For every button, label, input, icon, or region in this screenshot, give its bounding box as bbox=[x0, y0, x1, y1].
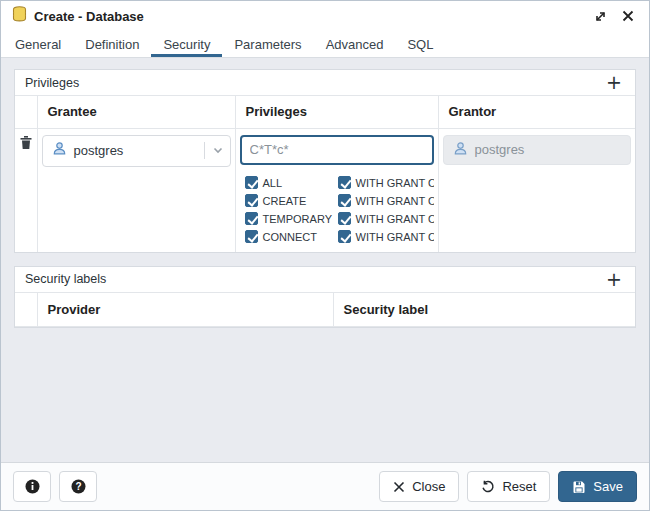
chevron-down-icon bbox=[212, 142, 224, 160]
add-security-label-button[interactable]: + bbox=[603, 270, 625, 289]
connect-grant-label: WITH GRANT OPTION bbox=[356, 231, 434, 243]
all-grant-checkbox[interactable] bbox=[338, 176, 351, 189]
tab-general[interactable]: General bbox=[3, 31, 73, 57]
reset-icon bbox=[481, 480, 495, 494]
tab-security[interactable]: Security bbox=[151, 31, 222, 57]
privilege-row: postgres bbox=[15, 128, 635, 252]
flag-row-all: ALL WITH GRANT OPTION bbox=[245, 174, 434, 192]
flag-row-create: CREATE WITH GRANT OPTION bbox=[245, 192, 434, 210]
expand-icon[interactable] bbox=[589, 5, 611, 27]
security-labels-panel-title: Security labels bbox=[25, 272, 106, 286]
save-icon bbox=[572, 480, 586, 494]
create-database-dialog: Create - Database General Definition Sec… bbox=[0, 0, 650, 511]
grantor-column-header: Grantor bbox=[438, 96, 635, 128]
privilege-flags: ALL WITH GRANT OPTION bbox=[240, 174, 434, 246]
role-icon bbox=[453, 141, 468, 159]
privileges-panel: Privileges + Grantee Privileges Grantor bbox=[14, 69, 636, 253]
util-column-header bbox=[15, 293, 37, 327]
close-button[interactable]: Close bbox=[379, 471, 459, 502]
temporary-label: TEMPORARY bbox=[263, 213, 332, 225]
svg-text:?: ? bbox=[75, 481, 81, 492]
reset-button[interactable]: Reset bbox=[467, 471, 550, 502]
provider-column-header: Provider bbox=[37, 293, 333, 327]
close-button-label: Close bbox=[412, 479, 445, 494]
x-icon bbox=[393, 481, 405, 493]
all-label: ALL bbox=[263, 177, 283, 189]
grantor-value: postgres bbox=[475, 142, 525, 157]
dialog-footer: ? Close Reset Save bbox=[1, 462, 649, 510]
tab-advanced[interactable]: Advanced bbox=[314, 31, 396, 57]
connect-label: CONNECT bbox=[263, 231, 317, 243]
tab-parameters[interactable]: Parameters bbox=[222, 31, 313, 57]
create-grant-checkbox[interactable] bbox=[338, 194, 351, 207]
util-column-header bbox=[15, 96, 37, 128]
save-button[interactable]: Save bbox=[558, 471, 637, 502]
temporary-grant-label: WITH GRANT OPTION bbox=[356, 213, 434, 225]
close-icon[interactable] bbox=[617, 5, 639, 27]
all-checkbox[interactable] bbox=[245, 176, 258, 189]
connect-checkbox[interactable] bbox=[245, 230, 258, 243]
grantee-value: postgres bbox=[74, 143, 197, 158]
privileges-grid: Grantee Privileges Grantor bbox=[15, 96, 635, 252]
privileges-panel-title: Privileges bbox=[25, 76, 79, 90]
connect-grant-checkbox[interactable] bbox=[338, 230, 351, 243]
flag-row-connect: CONNECT WITH GRANT OPTION bbox=[245, 228, 434, 246]
security-tab-content: Privileges + Grantee Privileges Grantor bbox=[1, 58, 649, 462]
grantor-field: postgres bbox=[443, 135, 632, 165]
grantee-column-header: Grantee bbox=[37, 96, 235, 128]
privileges-column-header: Privileges bbox=[235, 96, 438, 128]
delete-row-icon[interactable] bbox=[19, 135, 33, 153]
dialog-tabs: General Definition Security Parameters A… bbox=[1, 31, 649, 58]
dialog-title: Create - Database bbox=[34, 9, 144, 24]
help-button[interactable]: ? bbox=[59, 471, 97, 502]
add-privilege-button[interactable]: + bbox=[603, 73, 625, 92]
role-icon bbox=[52, 141, 67, 160]
security-labels-panel: Security labels + Provider Security labe… bbox=[14, 266, 636, 329]
all-grant-label: WITH GRANT OPTION bbox=[356, 177, 434, 189]
save-button-label: Save bbox=[593, 479, 623, 494]
temporary-checkbox[interactable] bbox=[245, 212, 258, 225]
create-label: CREATE bbox=[263, 195, 307, 207]
security-label-column-header: Security label bbox=[333, 293, 635, 327]
security-labels-grid: Provider Security label bbox=[15, 293, 635, 328]
grantee-select[interactable]: postgres bbox=[42, 135, 231, 167]
flag-row-temporary: TEMPORARY WITH GRANT OPTION bbox=[245, 210, 434, 228]
tab-definition[interactable]: Definition bbox=[73, 31, 151, 57]
reset-button-label: Reset bbox=[502, 479, 536, 494]
create-grant-label: WITH GRANT OPTION bbox=[356, 195, 434, 207]
info-button[interactable] bbox=[13, 471, 51, 502]
database-icon bbox=[11, 6, 28, 26]
temporary-grant-checkbox[interactable] bbox=[338, 212, 351, 225]
tab-sql[interactable]: SQL bbox=[395, 31, 445, 57]
create-checkbox[interactable] bbox=[245, 194, 258, 207]
privileges-input[interactable] bbox=[240, 135, 434, 165]
title-bar: Create - Database bbox=[1, 1, 649, 31]
